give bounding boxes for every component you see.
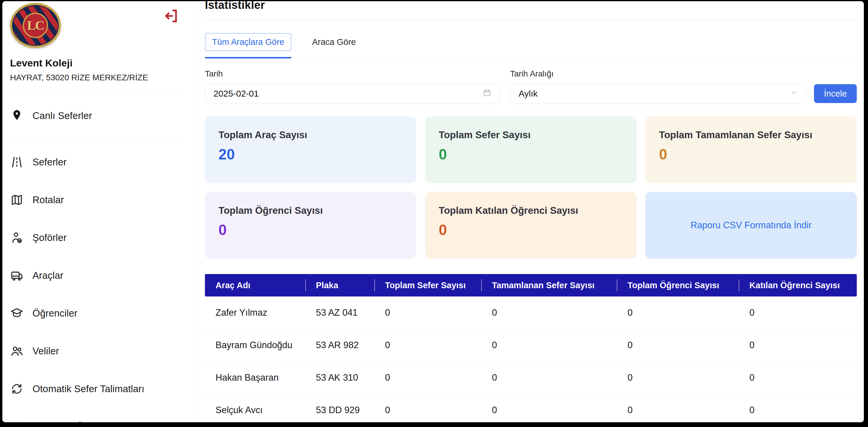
sidebar-menu: Canlı Seferler Seferler Rotala [10, 106, 185, 422]
stat-value: 20 [218, 146, 403, 163]
sidebar-item-label: Otomatik Sefer Talimatları [32, 383, 144, 395]
stat-value: 0 [218, 221, 403, 239]
date-range-value: Aylık [519, 89, 538, 99]
stat-card-tamamlanan-sefer: Toplam Tamamlanan Sefer Sayısı 0 [645, 116, 857, 183]
cell-arac-adi: Zafer Yılmaz [205, 297, 305, 329]
cell-plaka: 53 DD 929 [305, 394, 374, 422]
cell-plaka: 53 AR 982 [305, 329, 374, 361]
map-icon [10, 193, 24, 207]
sidebar-item-label: Öğrenciler [32, 308, 78, 319]
cell-plaka: 53 AZ 041 [305, 297, 374, 329]
cell-toplam-ogrenci: 0 [617, 394, 739, 422]
incele-button[interactable]: İncele [814, 84, 857, 103]
menu-divider [10, 139, 185, 139]
stat-label: Toplam Tamamlanan Sefer Sayısı [659, 129, 843, 141]
col-tamamlanan-sefer: Tamamlanan Sefer Sayısı [481, 274, 617, 297]
cell-toplam-sefer: 0 [374, 329, 481, 361]
sidebar-item-otomatik-sefer-talimatlari[interactable]: Otomatik Sefer Talimatları [10, 379, 185, 398]
sidebar-item-seferler[interactable]: Seferler [10, 153, 185, 172]
school-logo: LC [10, 3, 61, 48]
cell-toplam-ogrenci: 0 [617, 297, 739, 329]
filter-row: Tarih 2025-02-01 Tarih Aralığı Aylık [205, 69, 857, 104]
sidebar-item-canli-seferler[interactable]: Canlı Seferler [10, 106, 185, 125]
stat-label: Toplam Araç Sayısı [218, 129, 403, 141]
tab-tum-araclara-gore[interactable]: Tüm Araçlara Göre [205, 33, 291, 51]
graduation-cap-icon [10, 307, 24, 320]
sidebar-item-label: Seferler [32, 156, 67, 168]
cell-arac-adi: Hakan Başaran [205, 361, 305, 394]
vehicle-stats-table: Araç Adı Plaka Toplam Sefer Sayısı Tamam… [205, 274, 857, 422]
date-value: 2025-02-01 [213, 89, 259, 99]
stat-label: Toplam Sefer Sayısı [439, 129, 623, 141]
sidebar: LC Levent Koleji HAYRAT, 53020 RİZE MERK… [2, 1, 195, 422]
table-row[interactable]: Hakan Başaran 53 AK 310 0 0 0 0 [205, 361, 857, 394]
download-csv-button[interactable]: Raporu CSV Formatında İndir [645, 192, 857, 259]
sidebar-item-veliler[interactable]: Veliler [10, 342, 185, 361]
cell-tamamlanan-sefer: 0 [481, 297, 617, 329]
stat-card-toplam-ogrenci: Toplam Öğrenci Sayısı 0 [205, 192, 416, 259]
app-frame: LC Levent Koleji HAYRAT, 53020 RİZE MERK… [2, 1, 864, 422]
cell-toplam-sefer: 0 [374, 297, 481, 329]
sidebar-item-ogrenciler[interactable]: Öğrenciler [10, 304, 185, 323]
table-row[interactable]: Bayram Gündoğdu 53 AR 982 0 0 0 0 [205, 329, 857, 361]
date-input[interactable]: 2025-02-01 [205, 83, 500, 104]
users-icon [10, 344, 24, 358]
table-header-row: Araç Adı Plaka Toplam Sefer Sayısı Tamam… [205, 274, 857, 297]
title-divider [205, 20, 857, 20]
logout-icon [163, 20, 180, 25]
stat-value: 0 [439, 146, 623, 163]
date-range-label: Tarih Aralığı [510, 69, 806, 79]
cell-katilan-ogrenci: 0 [739, 329, 857, 361]
cell-arac-adi: Bayram Gündoğdu [205, 329, 305, 361]
logo-monogram: LC [27, 18, 44, 33]
stat-card-toplam-arac: Toplam Araç Sayısı 20 [205, 116, 416, 183]
sidebar-item-label: Araçlar [32, 270, 63, 281]
stat-card-katilan-ogrenci: Toplam Katılan Öğrenci Sayısı 0 [425, 192, 637, 259]
stat-value: 0 [439, 221, 623, 239]
sidebar-divider [10, 93, 185, 93]
cell-toplam-sefer: 0 [374, 361, 481, 394]
stat-card-toplam-sefer: Toplam Sefer Sayısı 0 [425, 116, 637, 183]
sidebar-item-label: Canlı Seferler [32, 110, 92, 121]
main-content: İstatistikler Tüm Araçlara Göre Araca Gö… [195, 1, 864, 422]
col-plaka: Plaka [305, 274, 374, 297]
cell-tamamlanan-sefer: 0 [481, 329, 617, 361]
cell-katilan-ogrenci: 0 [739, 394, 857, 422]
cell-plaka: 53 AK 310 [305, 361, 374, 394]
download-csv-label: Raporu CSV Formatında İndir [690, 220, 812, 231]
tab-araca-gore[interactable]: Araca Göre [312, 34, 356, 51]
col-toplam-ogrenci: Toplam Öğrenci Sayısı [617, 274, 739, 297]
stat-value: 0 [659, 146, 843, 163]
sidebar-item-label: Rotalar [32, 194, 64, 206]
col-toplam-sefer: Toplam Sefer Sayısı [374, 274, 481, 297]
sidebar-item-sikayet-oneriler[interactable]: Şikayet & Öneriler [10, 417, 185, 422]
date-label: Tarih [205, 69, 500, 79]
bus-icon [10, 269, 24, 282]
sidebar-item-label: Veliler [32, 345, 59, 357]
cell-tamamlanan-sefer: 0 [481, 394, 617, 422]
table-row[interactable]: Selçuk Avcı 53 DD 929 0 0 0 0 [205, 394, 857, 422]
cell-arac-adi: Selçuk Avcı [205, 394, 305, 422]
stat-label: Toplam Öğrenci Sayısı [218, 205, 403, 216]
col-arac-adi: Araç Adı [205, 274, 305, 297]
stat-cards: Toplam Araç Sayısı 20 Toplam Sefer Sayıs… [205, 116, 857, 259]
chevron-down-icon [790, 89, 798, 99]
cell-toplam-ogrenci: 0 [617, 361, 739, 394]
sidebar-item-rotalar[interactable]: Rotalar [10, 190, 185, 209]
school-name: Levent Koleji [10, 57, 185, 69]
sidebar-item-label: Şoförler [32, 232, 67, 243]
cell-katilan-ogrenci: 0 [739, 297, 857, 329]
driver-icon [10, 231, 24, 245]
school-address: HAYRAT, 53020 RİZE MERKEZ/RİZE [10, 73, 185, 82]
page-title: İstatistikler [205, 1, 857, 11]
cell-toplam-sefer: 0 [374, 394, 481, 422]
newspaper-icon [10, 420, 24, 422]
date-range-select[interactable]: Aylık [510, 83, 806, 104]
table-row[interactable]: Zafer Yılmaz 53 AZ 041 0 0 0 0 [205, 297, 857, 329]
cell-katilan-ogrenci: 0 [739, 361, 857, 394]
logout-button[interactable] [163, 8, 180, 25]
sidebar-item-soforler[interactable]: Şoförler [10, 228, 185, 247]
sidebar-item-araclar[interactable]: Araçlar [10, 266, 185, 285]
col-katilan-ogrenci: Katılan Öğrenci Sayısı [739, 274, 857, 297]
calendar-icon [483, 88, 492, 99]
